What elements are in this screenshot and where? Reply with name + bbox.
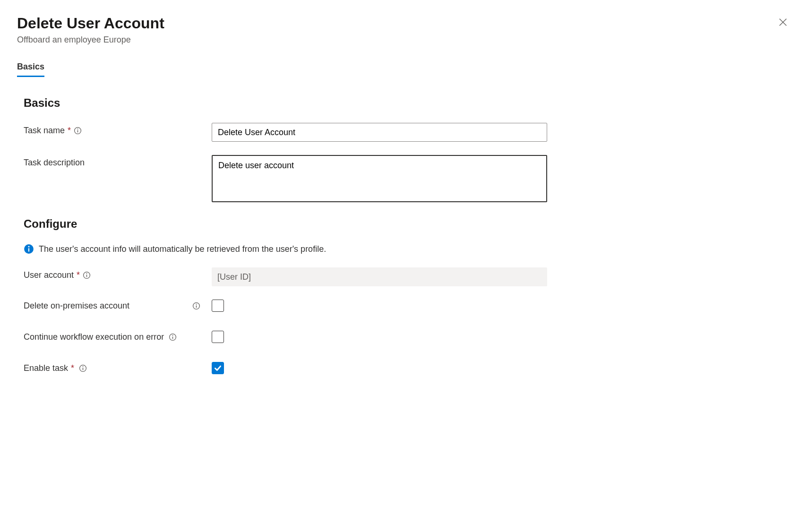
svg-point-19 xyxy=(83,366,84,367)
continue-on-error-checkbox[interactable] xyxy=(212,331,224,343)
task-description-label: Task description xyxy=(24,158,85,168)
configure-heading: Configure xyxy=(24,217,791,231)
task-name-input[interactable] xyxy=(212,123,547,142)
svg-rect-6 xyxy=(28,249,29,252)
page-subtitle: Offboard an employee Europe xyxy=(17,35,164,45)
info-icon[interactable] xyxy=(83,271,91,279)
info-icon[interactable] xyxy=(192,302,200,310)
configure-info-text: The user's account info will automatical… xyxy=(39,244,326,254)
svg-point-7 xyxy=(28,246,29,248)
user-account-label: User account xyxy=(24,270,74,280)
delete-onprem-label: Delete on-premises account xyxy=(24,301,129,311)
info-icon[interactable] xyxy=(79,364,87,372)
user-account-readonly: [User ID] xyxy=(212,267,547,286)
page-title: Delete User Account xyxy=(17,14,164,32)
continue-on-error-label: Continue workflow execution on error xyxy=(24,332,164,342)
close-button[interactable] xyxy=(775,14,791,30)
svg-point-4 xyxy=(77,129,78,129)
required-indicator: * xyxy=(71,363,74,373)
info-icon[interactable] xyxy=(169,333,177,341)
svg-point-10 xyxy=(86,273,87,274)
delete-onprem-checkbox[interactable] xyxy=(212,300,224,312)
tabs: Basics xyxy=(17,62,791,77)
task-name-label: Task name xyxy=(24,126,65,136)
info-icon[interactable] xyxy=(74,127,82,135)
required-indicator: * xyxy=(68,126,71,136)
enable-task-checkbox[interactable] xyxy=(212,362,224,374)
info-filled-icon xyxy=(24,244,34,254)
svg-point-13 xyxy=(196,304,197,305)
basics-heading: Basics xyxy=(24,96,791,110)
enable-task-label: Enable task xyxy=(24,363,68,373)
task-description-input[interactable]: Delete user account xyxy=(212,155,547,202)
tab-basics[interactable]: Basics xyxy=(17,62,44,77)
required-indicator: * xyxy=(77,270,80,280)
svg-point-16 xyxy=(172,335,173,336)
close-icon xyxy=(778,17,788,27)
